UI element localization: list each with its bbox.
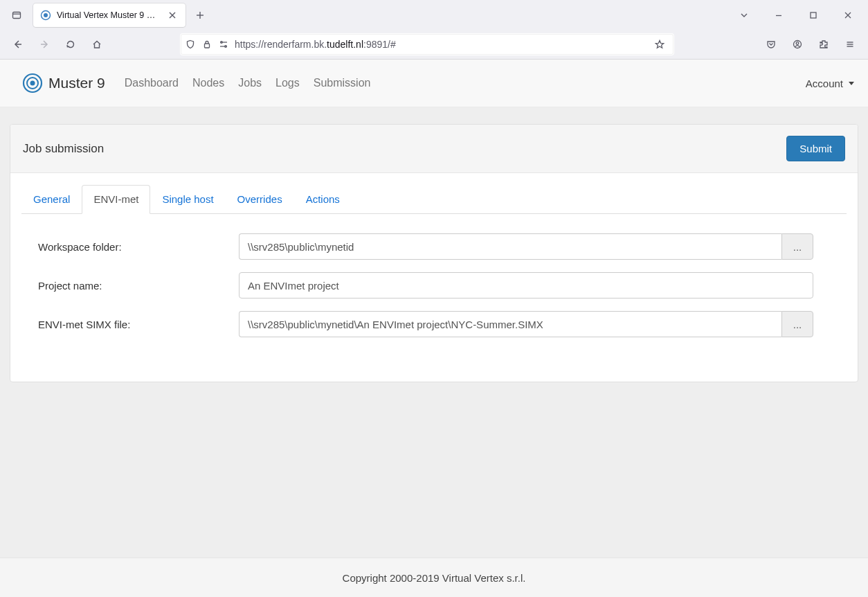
url-security-icons xyxy=(185,39,229,50)
url-suffix: :9891/# xyxy=(363,39,396,50)
form-tabs: General ENVI-met Single host Overrides A… xyxy=(21,184,847,214)
permissions-icon[interactable] xyxy=(218,39,229,50)
workspace-label: Workspace folder: xyxy=(38,241,239,253)
svg-point-21 xyxy=(796,42,799,45)
simx-input[interactable] xyxy=(239,311,781,337)
url-domain: tudelft.nl xyxy=(327,39,363,50)
workspace-input-group: ... xyxy=(239,233,813,260)
forward-button[interactable] xyxy=(32,33,57,55)
tab-envimet[interactable]: ENVI-met xyxy=(82,185,150,214)
nav-dashboard[interactable]: Dashboard xyxy=(125,77,179,89)
pocket-button[interactable] xyxy=(759,33,784,55)
tab-overrides[interactable]: Overrides xyxy=(226,185,294,214)
row-simx: ENVI-met SIMX file: ... xyxy=(38,311,847,337)
tab-bar: Virtual Vertex Muster 9 Web con xyxy=(0,0,868,30)
tabbar-right xyxy=(728,4,864,26)
url-prefix: https://renderfarm.bk. xyxy=(235,39,327,50)
submit-button[interactable]: Submit xyxy=(786,136,845,161)
job-submission-panel: Job submission Submit General ENVI-met S… xyxy=(10,124,858,382)
account-label: Account xyxy=(806,78,843,89)
app-topnav: Muster 9 Dashboard Nodes Jobs Logs Submi… xyxy=(0,60,868,107)
url-bar[interactable]: https://renderfarm.bk.tudelft.nl:9891/# xyxy=(180,33,674,55)
brand[interactable]: Muster 9 xyxy=(22,73,105,93)
workspace-input[interactable] xyxy=(239,233,781,260)
tab-favicon xyxy=(40,10,51,21)
tab-title: Virtual Vertex Muster 9 Web con xyxy=(57,10,161,20)
browser-chrome: Virtual Vertex Muster 9 Web con xyxy=(0,0,868,60)
app-menu-button[interactable] xyxy=(838,33,862,55)
shield-icon[interactable] xyxy=(185,39,196,50)
tab-actions[interactable]: Actions xyxy=(294,185,352,214)
browser-tab-active[interactable]: Virtual Vertex Muster 9 Web con xyxy=(33,3,186,27)
footer-text: Copyright 2000-2019 Virtual Vertex s.r.l… xyxy=(343,572,526,584)
url-text: https://renderfarm.bk.tudelft.nl:9891/# xyxy=(235,39,644,50)
svg-rect-14 xyxy=(205,44,210,48)
window-minimize-button[interactable] xyxy=(763,4,795,26)
svg-point-27 xyxy=(30,81,35,86)
project-input[interactable] xyxy=(239,272,813,298)
home-button[interactable] xyxy=(84,33,109,55)
nav-logs[interactable]: Logs xyxy=(275,77,300,89)
row-project: Project name: xyxy=(38,272,847,298)
panel-title: Job submission xyxy=(23,142,104,156)
nav-submission[interactable]: Submission xyxy=(314,77,371,89)
project-input-group xyxy=(239,272,813,298)
tab-single-host[interactable]: Single host xyxy=(150,185,225,214)
panel-header: Job submission Submit xyxy=(10,125,858,173)
recent-tabs-button[interactable] xyxy=(4,4,29,26)
nav-bar: https://renderfarm.bk.tudelft.nl:9891/# xyxy=(0,30,868,59)
reload-button[interactable] xyxy=(58,33,83,55)
workspace-browse-button[interactable]: ... xyxy=(781,233,813,260)
tabs-list-button[interactable] xyxy=(728,4,760,26)
extensions-button[interactable] xyxy=(811,33,836,55)
envimet-form: Workspace folder: ... Project name: xyxy=(21,228,847,337)
page-body: Muster 9 Dashboard Nodes Jobs Logs Submi… xyxy=(0,60,868,597)
nav-nodes[interactable]: Nodes xyxy=(192,77,224,89)
account-dropdown[interactable]: Account xyxy=(806,78,854,89)
page-footer: Copyright 2000-2019 Virtual Vertex s.r.l… xyxy=(0,558,868,597)
topnav-menu: Dashboard Nodes Jobs Logs Submission xyxy=(125,77,371,89)
svg-rect-9 xyxy=(811,12,816,18)
simx-browse-button[interactable]: ... xyxy=(781,311,813,337)
row-workspace: Workspace folder: ... xyxy=(38,233,847,260)
brand-logo-icon xyxy=(22,73,43,93)
page-container: Job submission Submit General ENVI-met S… xyxy=(0,107,868,558)
nav-jobs[interactable]: Jobs xyxy=(238,77,262,89)
window-maximize-button[interactable] xyxy=(797,4,829,26)
svg-marker-19 xyxy=(655,41,663,48)
window-close-button[interactable] xyxy=(832,4,864,26)
brand-name: Muster 9 xyxy=(48,75,105,91)
lock-icon[interactable] xyxy=(201,39,213,50)
caret-down-icon xyxy=(849,82,854,85)
simx-input-group: ... xyxy=(239,311,813,337)
account-button[interactable] xyxy=(785,33,810,55)
simx-label: ENVI-met SIMX file: xyxy=(38,319,239,330)
svg-point-3 xyxy=(44,13,48,17)
panel-body: General ENVI-met Single host Overrides A… xyxy=(10,173,858,382)
new-tab-button[interactable] xyxy=(190,5,210,26)
project-label: Project name: xyxy=(38,280,239,292)
tab-general[interactable]: General xyxy=(21,185,82,214)
back-button[interactable] xyxy=(6,33,30,55)
svg-rect-0 xyxy=(13,12,21,18)
tab-close-button[interactable] xyxy=(166,9,179,21)
navbar-right-buttons xyxy=(759,33,862,55)
bookmark-star-button[interactable] xyxy=(650,39,669,50)
